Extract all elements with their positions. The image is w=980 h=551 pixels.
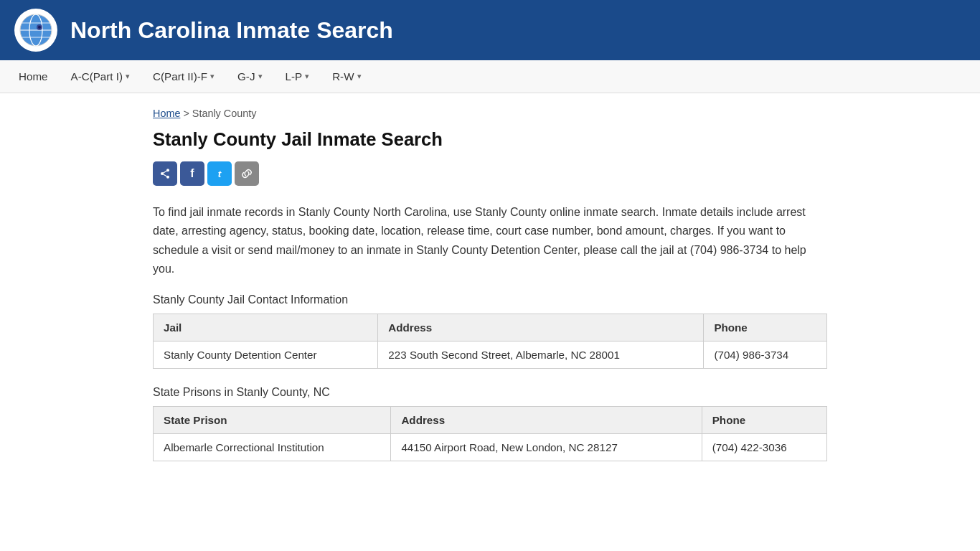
- share-button[interactable]: [153, 161, 177, 186]
- nav-item-cf[interactable]: C(Part II)-F ▾: [141, 62, 226, 91]
- prison-table: State Prison Address Phone Albemarle Cor…: [153, 406, 827, 461]
- nav-item-home[interactable]: Home: [7, 62, 60, 91]
- breadcrumb-separator: >: [183, 108, 192, 119]
- jail-section-label: Stanly County Jail Contact Information: [153, 293, 827, 306]
- chevron-down-icon: ▾: [126, 72, 130, 81]
- chevron-down-icon: ▾: [210, 72, 215, 81]
- table-row: Stanly County Detention Center 223 South…: [154, 341, 827, 368]
- chevron-down-icon: ▾: [305, 72, 309, 81]
- description-text: To find jail inmate records in Stanly Co…: [153, 203, 827, 279]
- nav-item-gj[interactable]: G-J ▾: [226, 62, 273, 91]
- prison-col-name: State Prison: [154, 406, 391, 433]
- social-icons: f t: [153, 161, 827, 186]
- page-title: Stanly County Jail Inmate Search: [153, 129, 827, 150]
- jail-col-phone: Phone: [704, 314, 827, 341]
- jail-col-name: Jail: [154, 314, 378, 341]
- main-content: Home > Stanly County Stanly County Jail …: [138, 93, 842, 507]
- svg-line-10: [162, 170, 168, 174]
- svg-point-6: [38, 26, 41, 29]
- jail-col-address: Address: [378, 314, 704, 341]
- breadcrumb: Home > Stanly County: [153, 108, 827, 119]
- chevron-down-icon: ▾: [357, 72, 362, 81]
- prison-col-phone: Phone: [702, 406, 826, 433]
- jail-phone: (704) 986-3734: [704, 341, 827, 368]
- nav-item-lp[interactable]: L-P ▾: [274, 62, 321, 91]
- jail-table: Jail Address Phone Stanly County Detenti…: [153, 314, 827, 369]
- site-header: North Carolina Inmate Search: [0, 0, 980, 60]
- jail-name: Stanly County Detention Center: [154, 341, 378, 368]
- prison-phone: (704) 422-3036: [702, 433, 826, 461]
- chevron-down-icon: ▾: [258, 72, 263, 81]
- prison-address: 44150 Airport Road, New London, NC 28127: [391, 433, 702, 461]
- copy-link-button[interactable]: [235, 161, 259, 186]
- main-nav: Home A-C(Part I) ▾ C(Part II)-F ▾ G-J ▾ …: [0, 60, 980, 93]
- breadcrumb-home-link[interactable]: Home: [153, 108, 180, 119]
- facebook-button[interactable]: f: [180, 161, 204, 186]
- table-row: Albemarle Correctional Institution 44150…: [154, 433, 827, 461]
- prison-section-label: State Prisons in Stanly County, NC: [153, 386, 827, 399]
- prison-col-address: Address: [391, 406, 702, 433]
- site-logo: [14, 9, 57, 52]
- jail-address: 223 South Second Street, Albemarle, NC 2…: [378, 341, 704, 368]
- svg-line-11: [162, 174, 168, 177]
- twitter-button[interactable]: t: [207, 161, 232, 186]
- site-title: North Carolina Inmate Search: [70, 17, 393, 44]
- nav-item-ac[interactable]: A-C(Part I) ▾: [60, 62, 142, 91]
- breadcrumb-current: Stanly County: [192, 108, 257, 119]
- prison-name: Albemarle Correctional Institution: [154, 433, 391, 461]
- nav-item-rw[interactable]: R-W ▾: [321, 62, 372, 91]
